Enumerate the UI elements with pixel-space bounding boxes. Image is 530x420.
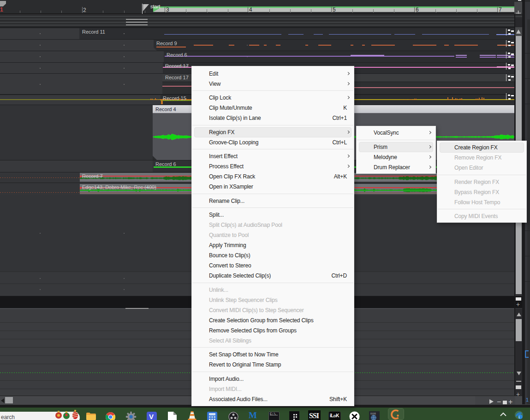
svg-text:i: i bbox=[519, 415, 520, 420]
